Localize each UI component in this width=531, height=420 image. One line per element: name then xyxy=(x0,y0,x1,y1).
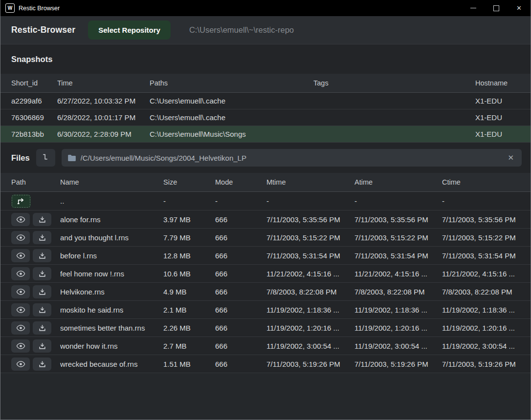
col-short-id: Short_id xyxy=(11,79,57,87)
snapshot-paths: C:\Users\emuell\.cache xyxy=(150,97,313,105)
close-icon[interactable]: ✕ xyxy=(508,0,531,16)
go-up-directory-button[interactable] xyxy=(11,194,31,208)
snapshot-row[interactable]: 72b813bb6/30/2022, 2:28:09 PMC:\Users\em… xyxy=(0,126,531,142)
file-ctime: 11/19/2002, 3:00:54 ... xyxy=(442,342,531,350)
snapshot-hostname: X1-EDU xyxy=(475,113,531,122)
file-mtime: 7/11/2003, 5:19:26 PM xyxy=(266,360,354,368)
file-row-actions xyxy=(11,267,60,280)
col-size: Size xyxy=(163,178,215,186)
snapshot-time: 6/30/2022, 2:28:09 PM xyxy=(57,130,150,138)
file-ctime: 11/19/2002, 1:18:36 ... xyxy=(442,306,531,314)
file-atime: 7/11/2003, 5:19:26 PM xyxy=(354,360,442,368)
files-table-header: Path Name Size Mode Mtime Atime Ctime xyxy=(0,173,531,192)
download-icon xyxy=(39,342,46,350)
file-name[interactable]: .. xyxy=(60,197,163,205)
file-row-actions xyxy=(11,339,60,353)
snapshot-row[interactable]: a2299af66/27/2022, 10:03:32 PMC:\Users\e… xyxy=(0,93,531,109)
preview-file-button[interactable] xyxy=(11,213,30,226)
file-ctime: 7/11/2003, 5:31:54 PM xyxy=(442,252,531,260)
col-mode: Mode xyxy=(215,178,266,186)
wails-logo-icon: W xyxy=(5,3,15,13)
preview-file-button[interactable] xyxy=(11,249,30,262)
file-mode: 666 xyxy=(215,324,266,332)
current-path-bar[interactable]: /C/Users/emuell/Music/Songs/2004_Helveti… xyxy=(62,149,522,167)
file-atime: 7/11/2003, 5:15:22 PM xyxy=(354,233,442,242)
preview-file-button[interactable] xyxy=(11,339,30,353)
download-file-button[interactable] xyxy=(33,303,51,316)
snapshot-hostname: X1-EDU xyxy=(475,97,531,105)
snapshot-row[interactable]: 763068696/28/2022, 10:01:17 PMC:\Users\e… xyxy=(0,109,531,126)
download-file-button[interactable] xyxy=(33,285,51,298)
preview-file-button[interactable] xyxy=(11,321,30,335)
preview-file-button[interactable] xyxy=(11,231,30,244)
file-row-actions xyxy=(11,303,60,316)
snapshot-short-id: a2299af6 xyxy=(11,97,57,105)
col-time: Time xyxy=(57,79,150,87)
file-row: wrecked because of.rns1.51 MB6667/11/200… xyxy=(0,355,531,373)
snapshot-time: 6/27/2022, 10:03:32 PM xyxy=(57,97,150,105)
download-file-button[interactable] xyxy=(33,357,51,371)
col-atime: Atime xyxy=(354,178,442,186)
file-row: before l.rns12.8 MB6667/11/2003, 5:31:54… xyxy=(0,246,531,264)
clear-path-icon[interactable]: ✕ xyxy=(506,152,516,163)
download-file-button[interactable] xyxy=(33,267,51,280)
file-mode: 666 xyxy=(215,252,266,260)
file-ctime: 7/11/2003, 5:15:22 PM xyxy=(442,233,531,242)
parent-directory-row: ..----- xyxy=(0,192,531,210)
file-row: Helvikone.rns4.9 MB6667/8/2003, 8:22:08 … xyxy=(0,282,531,300)
eye-icon xyxy=(16,288,25,295)
select-repository-button[interactable]: Select Repository xyxy=(88,21,171,40)
file-atime: 7/8/2003, 8:22:08 PM xyxy=(354,288,442,296)
file-ctime: - xyxy=(442,197,531,205)
file-row-actions xyxy=(11,285,60,298)
file-name: alone for.rns xyxy=(60,215,163,224)
file-mode: 666 xyxy=(215,342,266,350)
app-header: Restic-Browser Select Repository C:\User… xyxy=(0,16,531,44)
file-mtime: 11/19/2002, 3:00:54 ... xyxy=(266,342,354,350)
file-mtime: 7/11/2003, 5:35:56 PM xyxy=(266,215,354,224)
eye-icon xyxy=(16,216,25,223)
download-file-button[interactable] xyxy=(33,339,51,353)
file-mtime: 11/19/2002, 1:20:16 ... xyxy=(266,324,354,332)
file-size: 10.6 MB xyxy=(163,270,215,278)
app-window: W Restic Browser ✕ Restic-Browser Select… xyxy=(0,0,531,420)
file-ctime: 11/21/2002, 4:15:16 ... xyxy=(442,270,531,278)
eye-icon xyxy=(16,342,25,350)
download-file-button[interactable] xyxy=(33,321,51,335)
file-ctime: 7/11/2003, 5:19:26 PM xyxy=(442,360,531,368)
preview-file-button[interactable] xyxy=(11,357,30,371)
file-mtime: 7/8/2003, 8:22:08 PM xyxy=(266,288,354,296)
current-path-value: /C/Users/emuell/Music/Songs/2004_Helveti… xyxy=(81,154,506,162)
eye-icon xyxy=(16,360,25,368)
file-size: 2.1 MB xyxy=(163,306,215,314)
file-mtime: 7/11/2003, 5:15:22 PM xyxy=(266,233,354,242)
file-mode: 666 xyxy=(215,360,266,368)
eye-icon xyxy=(16,234,25,241)
tree-view-toggle-button[interactable] xyxy=(36,149,55,167)
preview-file-button[interactable] xyxy=(11,303,30,316)
download-icon xyxy=(39,234,46,241)
up-right-arrow-icon xyxy=(17,197,25,205)
col-path: Path xyxy=(11,178,60,186)
preview-file-button[interactable] xyxy=(11,285,30,298)
file-name: Helvikone.rns xyxy=(60,288,163,296)
file-name: wrecked because of.rns xyxy=(60,360,163,368)
download-file-button[interactable] xyxy=(33,231,51,244)
file-size: 12.8 MB xyxy=(163,252,215,260)
file-size: 4.9 MB xyxy=(163,288,215,296)
file-atime: 11/19/2002, 1:18:36 ... xyxy=(354,306,442,314)
file-size: 2.7 MB xyxy=(163,342,215,350)
download-file-button[interactable] xyxy=(33,249,51,262)
file-ctime: 7/8/2003, 8:22:08 PM xyxy=(442,288,531,296)
file-size: 7.79 MB xyxy=(163,233,215,242)
minimize-icon[interactable] xyxy=(462,0,485,16)
snapshots-table-header: Short_id Time Paths Tags Hostname xyxy=(0,74,531,93)
col-tags: Tags xyxy=(313,79,475,87)
download-icon xyxy=(39,288,46,295)
file-atime: 7/11/2003, 5:31:54 PM xyxy=(354,252,442,260)
preview-file-button[interactable] xyxy=(11,267,30,280)
file-row-actions xyxy=(11,194,60,208)
file-atime: 11/19/2002, 3:00:54 ... xyxy=(354,342,442,350)
maximize-icon[interactable] xyxy=(485,0,508,16)
download-file-button[interactable] xyxy=(33,213,51,226)
